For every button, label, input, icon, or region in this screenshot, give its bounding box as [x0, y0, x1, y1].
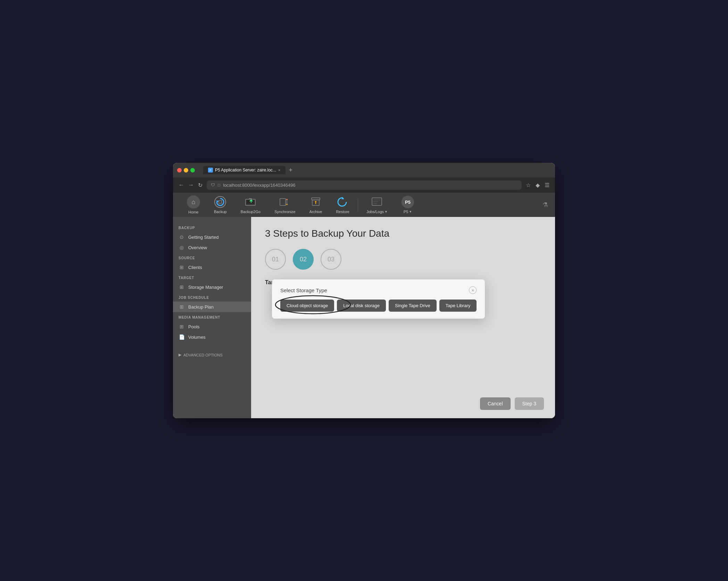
toolbar-item-backup2go[interactable]: Backup2Go: [234, 193, 267, 217]
modal-title: Select Storage Type: [280, 287, 327, 293]
getting-started-label: Getting Started: [188, 235, 218, 240]
modal-overlay: Select Storage Type × Cloud object stora…: [251, 217, 555, 418]
p5-icon: P5: [402, 196, 414, 208]
address-path: :8000/lexxapp/1640346496: [241, 183, 296, 188]
clients-icon: ⊞: [179, 264, 185, 270]
backup-plan-icon: ⊞: [179, 304, 185, 310]
home-label: Home: [188, 210, 198, 214]
menu-icon[interactable]: ☰: [545, 182, 549, 188]
restore-icon: [337, 196, 349, 208]
svg-rect-6: [312, 198, 320, 200]
svg-rect-5: [280, 199, 286, 205]
jobslogs-label: Jobs/Logs: [366, 210, 384, 214]
svg-rect-2: [219, 201, 222, 203]
tab-title: P5 Application Server: zaire.loc...: [215, 168, 276, 172]
storage-manager-label: Storage Manager: [188, 285, 223, 290]
sidebar-item-clients[interactable]: ⊞ Clients: [173, 262, 251, 272]
overview-icon: ◎: [179, 245, 185, 250]
synchronize-icon: [279, 196, 291, 208]
content-area: 3 Steps to Backup Your Data 01 02 03 Tar…: [251, 217, 555, 418]
modal-buttons: Cloud object storage Local disk storage …: [280, 300, 477, 312]
restore-label: Restore: [336, 210, 349, 214]
p5-dropdown-arrow: ▼: [409, 210, 412, 213]
clients-label: Clients: [188, 265, 202, 270]
content-footer: Cancel Step 3: [480, 397, 544, 410]
p5-label: P5: [404, 210, 408, 214]
toolbar-item-synchronize[interactable]: Synchronize: [267, 193, 303, 217]
toolbar-item-restore[interactable]: Restore: [329, 193, 356, 217]
toolbar-item-jobslogs[interactable]: Jobs/Logs ▼: [359, 193, 395, 217]
sidebar-item-pools[interactable]: ⊞ Pools: [173, 321, 251, 332]
p5-label-container: P5 ▼: [404, 210, 412, 214]
getting-started-icon: ⊙: [179, 234, 185, 240]
advanced-options-label: ADVANCED OPTIONS: [183, 353, 223, 357]
jobslogs-label-container: Jobs/Logs ▼: [366, 210, 388, 214]
new-tab-button[interactable]: +: [287, 167, 295, 174]
select-storage-type-modal: Select Storage Type × Cloud object stora…: [272, 279, 485, 319]
toolbar-item-home[interactable]: ⌂ Home: [180, 193, 207, 217]
storage-manager-icon: ⊞: [179, 284, 185, 290]
bookmark-icon[interactable]: ☆: [526, 182, 531, 188]
archive-icon: [309, 196, 322, 208]
sidebar-item-storage-manager[interactable]: ⊞ Storage Manager: [173, 282, 251, 292]
step3-button[interactable]: Step 3: [515, 397, 544, 410]
advanced-options-arrow: ▶: [179, 353, 181, 357]
sidebar-item-getting-started[interactable]: ⊙ Getting Started: [173, 232, 251, 242]
local-disk-storage-button[interactable]: Local disk storage: [337, 300, 386, 312]
app-toolbar: ⌂ Home Backup: [173, 193, 555, 217]
address-input[interactable]: 🛡 □ localhost:8000/lexxapp/1640346496: [207, 180, 522, 190]
sidebar: BACKUP ⊙ Getting Started ◎ Overview SOUR…: [173, 217, 251, 418]
modal-close-button[interactable]: ×: [469, 286, 477, 294]
active-tab[interactable]: P P5 Application Server: zaire.loc... ×: [203, 166, 286, 174]
backup-label: Backup: [214, 210, 227, 214]
volumes-label: Volumes: [188, 335, 206, 340]
sidebar-section-job-schedule: JOB SCHEDULE: [173, 292, 251, 302]
sidebar-item-volumes[interactable]: 📄 Volumes: [173, 332, 251, 342]
cancel-button[interactable]: Cancel: [480, 397, 511, 410]
toolbar-item-p5[interactable]: P5 P5 ▼: [395, 193, 421, 217]
sidebar-section-backup: BACKUP: [173, 222, 251, 232]
close-button[interactable]: [177, 168, 182, 172]
backup-plan-label: Backup Plan: [188, 304, 214, 310]
forward-button[interactable]: →: [188, 182, 194, 188]
sidebar-section-media-management: MEDIA MANAGEMENT: [173, 312, 251, 321]
sidebar-advanced-options[interactable]: ▶ ADVANCED OPTIONS: [173, 349, 251, 361]
volumes-icon: 📄: [179, 334, 185, 340]
p5-badge: P5: [402, 196, 414, 208]
filter-icon: ⚗: [543, 201, 548, 209]
sidebar-item-backup-plan[interactable]: ⊞ Backup Plan: [173, 302, 251, 312]
sidebar-item-overview[interactable]: ◎ Overview: [173, 242, 251, 253]
maximize-button[interactable]: [190, 168, 195, 172]
modal-header: Select Storage Type ×: [280, 286, 477, 294]
browser-window: P P5 Application Server: zaire.loc... × …: [173, 163, 555, 418]
backup2go-icon: [244, 196, 257, 208]
minimize-button[interactable]: [184, 168, 188, 172]
toolbar-separator: [358, 198, 358, 212]
tape-library-button[interactable]: Tape Library: [439, 300, 477, 312]
address-text: localhost:8000/lexxapp/1640346496: [223, 183, 295, 188]
traffic-lights: [177, 168, 195, 172]
reload-button[interactable]: ↻: [198, 182, 202, 188]
toolbar-item-backup[interactable]: Backup: [207, 193, 234, 217]
back-button[interactable]: ←: [179, 182, 184, 188]
toolbar-item-archive[interactable]: Archive: [303, 193, 329, 217]
pools-label: Pools: [188, 324, 200, 329]
overview-label: Overview: [188, 245, 207, 250]
security-icon: 🛡: [211, 183, 215, 187]
backup2go-label: Backup2Go: [241, 210, 260, 214]
tab-bar: P P5 Application Server: zaire.loc... × …: [203, 166, 295, 174]
tab-close-button[interactable]: ×: [278, 168, 280, 172]
archive-label: Archive: [309, 210, 322, 214]
sidebar-section-target: TARGET: [173, 272, 251, 282]
single-tape-drive-button[interactable]: Single Tape Drive: [389, 300, 437, 312]
jobslogs-dropdown-arrow: ▼: [384, 210, 388, 213]
page-icon: □: [218, 183, 220, 187]
synchronize-label: Synchronize: [274, 210, 296, 214]
sidebar-section-source: SOURCE: [173, 253, 251, 262]
title-bar: P P5 Application Server: zaire.loc... × …: [173, 163, 555, 177]
pools-icon: ⊞: [179, 324, 185, 329]
cloud-object-storage-button[interactable]: Cloud object storage: [280, 300, 334, 312]
home-icon: ⌂: [187, 195, 200, 209]
browser-toolbar-icons: ☆ ◆ ☰: [526, 182, 549, 188]
main-area: BACKUP ⊙ Getting Started ◎ Overview SOUR…: [173, 217, 555, 418]
